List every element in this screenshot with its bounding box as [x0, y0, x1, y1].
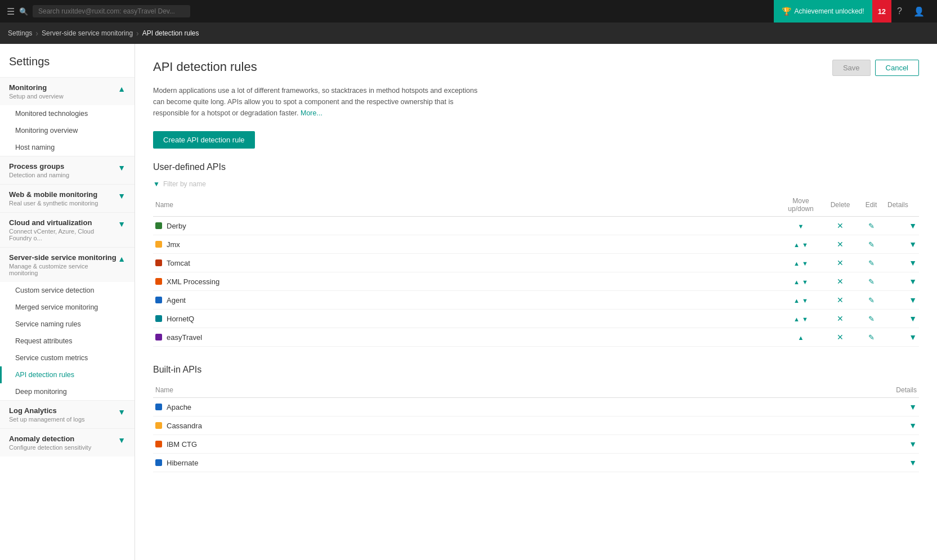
edit-button[interactable]: ✎	[868, 259, 875, 267]
breadcrumb-settings[interactable]: Settings	[8, 29, 32, 37]
sidebar-section-header-cloud[interactable]: Cloud and virtualization Connect vCenter…	[0, 213, 135, 247]
move-up-button[interactable]: ▲	[792, 241, 801, 248]
details-button[interactable]: ▼	[909, 314, 917, 323]
edit-button[interactable]: ✎	[868, 333, 875, 342]
sidebar-item-monitored-technologies[interactable]: Monitored technologies	[0, 105, 135, 122]
delete-button[interactable]: ✕	[837, 277, 844, 286]
color-indicator	[155, 222, 162, 229]
move-down-button[interactable]: ▼	[801, 297, 809, 304]
move-down-button[interactable]: ▼	[797, 223, 805, 230]
api-name: XML Processing	[167, 277, 219, 286]
edit-button[interactable]: ✎	[868, 315, 875, 323]
sidebar-section-header-anomaly-detection[interactable]: Anomaly detection Configure detection se…	[0, 429, 135, 456]
details-cell: ▼	[885, 217, 919, 235]
builtin-details-button[interactable]: ▼	[909, 421, 917, 430]
move-cell: ▲▼	[778, 272, 823, 291]
sidebar-section-header-process-groups[interactable]: Process groups Detection and naming ▼	[0, 156, 135, 184]
trophy-icon: 🏆	[782, 7, 791, 16]
sidebar-section-subtitle-process-groups: Detection and naming	[9, 172, 69, 178]
chevron-anomaly-detection: ▼	[118, 436, 125, 445]
move-down-button[interactable]: ▼	[801, 260, 809, 267]
help-button[interactable]: ?	[891, 0, 908, 23]
color-indicator	[155, 297, 162, 303]
cancel-button[interactable]: Cancel	[875, 60, 919, 76]
move-up-button[interactable]: ▲	[797, 334, 805, 341]
details-button[interactable]: ▼	[909, 277, 917, 286]
edit-button[interactable]: ✎	[868, 240, 875, 249]
achievement-badge: 🏆 Achievement unlocked!	[774, 0, 872, 23]
builtin-name-cell: Hibernate	[153, 454, 874, 472]
delete-button[interactable]: ✕	[837, 314, 844, 323]
user-defined-heading: User-defined APIs	[153, 162, 919, 172]
sidebar-item-deep-monitoring[interactable]: Deep monitoring	[0, 383, 135, 400]
sidebar-section-header-web-mobile[interactable]: Web & mobile monitoring Real user & synt…	[0, 185, 135, 212]
move-down-button[interactable]: ▼	[801, 279, 809, 285]
chevron-server-side: ▲	[118, 254, 125, 263]
builtin-details-button[interactable]: ▼	[909, 440, 917, 449]
builtin-details-button[interactable]: ▼	[909, 402, 917, 411]
edit-button[interactable]: ✎	[868, 222, 875, 230]
search-input[interactable]	[33, 5, 190, 17]
move-up-button[interactable]: ▲	[792, 279, 801, 285]
topbar: ☰ 🔍 🏆 Achievement unlocked! 12 ? 👤	[0, 0, 937, 23]
details-button[interactable]: ▼	[909, 258, 917, 267]
edit-button[interactable]: ✎	[868, 277, 875, 286]
table-row: Tomcat ▲▼ ✕ ✎ ▼	[153, 254, 919, 272]
color-indicator	[155, 334, 162, 341]
table-row: XML Processing ▲▼ ✕ ✎ ▼	[153, 272, 919, 291]
builtin-details-button[interactable]: ▼	[909, 458, 917, 467]
sidebar-item-monitoring-overview[interactable]: Monitoring overview	[0, 122, 135, 139]
built-in-section: Built-in APIs Name Details Apache ▼	[153, 365, 919, 472]
move-down-button[interactable]: ▼	[801, 241, 809, 248]
delete-button[interactable]: ✕	[837, 221, 844, 230]
sidebar-item-api-detection-rules[interactable]: API detection rules	[0, 366, 135, 383]
sidebar-section-subtitle-anomaly-detection: Configure detection sensitivity	[9, 444, 91, 451]
table-row: Apache ▼	[153, 398, 919, 416]
delete-button[interactable]: ✕	[837, 258, 844, 267]
details-button[interactable]: ▼	[909, 221, 917, 230]
details-button[interactable]: ▼	[909, 240, 917, 249]
delete-button[interactable]: ✕	[837, 333, 844, 342]
sidebar-item-custom-service-detection[interactable]: Custom service detection	[0, 282, 135, 299]
notification-count[interactable]: 12	[872, 0, 891, 23]
create-api-rule-button[interactable]: Create API detection rule	[153, 131, 255, 149]
builtin-details-cell: ▼	[874, 435, 919, 454]
delete-button[interactable]: ✕	[837, 240, 844, 249]
search-icon: 🔍	[19, 7, 28, 16]
sidebar-section-header-log-analytics[interactable]: Log Analytics Set up management of logs …	[0, 401, 135, 428]
more-link[interactable]: More...	[301, 109, 322, 117]
sidebar-section-header-monitoring[interactable]: Monitoring Setup and overview ▲	[0, 78, 135, 105]
edit-cell: ✎	[857, 272, 885, 291]
move-down-button[interactable]: ▼	[801, 316, 809, 322]
api-name: Tomcat	[167, 259, 190, 267]
move-up-button[interactable]: ▲	[792, 260, 801, 267]
move-up-button[interactable]: ▲	[792, 316, 801, 322]
save-button[interactable]: Save	[832, 60, 871, 76]
sidebar-section-header-server-side[interactable]: Server-side service monitoring Manage & …	[0, 248, 135, 282]
sidebar-section-title-cloud: Cloud and virtualization	[9, 218, 118, 227]
color-indicator	[155, 422, 162, 429]
filter-row: ▼ Filter by name	[153, 180, 919, 188]
delete-button[interactable]: ✕	[837, 295, 844, 304]
edit-button[interactable]: ✎	[868, 296, 875, 304]
api-name: Jmx	[167, 240, 180, 249]
delete-cell: ✕	[823, 254, 857, 272]
sidebar-item-request-attributes[interactable]: Request attributes	[0, 333, 135, 350]
menu-icon[interactable]: ☰	[7, 6, 15, 17]
delete-cell: ✕	[823, 310, 857, 328]
sidebar-item-service-naming-rules[interactable]: Service naming rules	[0, 316, 135, 333]
details-button[interactable]: ▼	[909, 295, 917, 304]
breadcrumb-server-side[interactable]: Server-side service monitoring	[42, 29, 133, 37]
sidebar-item-service-custom-metrics[interactable]: Service custom metrics	[0, 350, 135, 366]
builtin-details-cell: ▼	[874, 416, 919, 435]
sidebar-item-merged-service-monitoring[interactable]: Merged service monitoring	[0, 299, 135, 316]
color-indicator	[155, 459, 162, 466]
user-button[interactable]: 👤	[908, 0, 930, 23]
page-description: Modern applications use a lot of differe…	[153, 85, 479, 119]
header-actions: Save Cancel	[832, 60, 919, 76]
sidebar-item-host-naming[interactable]: Host naming	[0, 139, 135, 156]
details-cell: ▼	[885, 328, 919, 347]
move-up-button[interactable]: ▲	[792, 297, 801, 304]
table-row: Hibernate ▼	[153, 454, 919, 472]
details-button[interactable]: ▼	[909, 333, 917, 342]
